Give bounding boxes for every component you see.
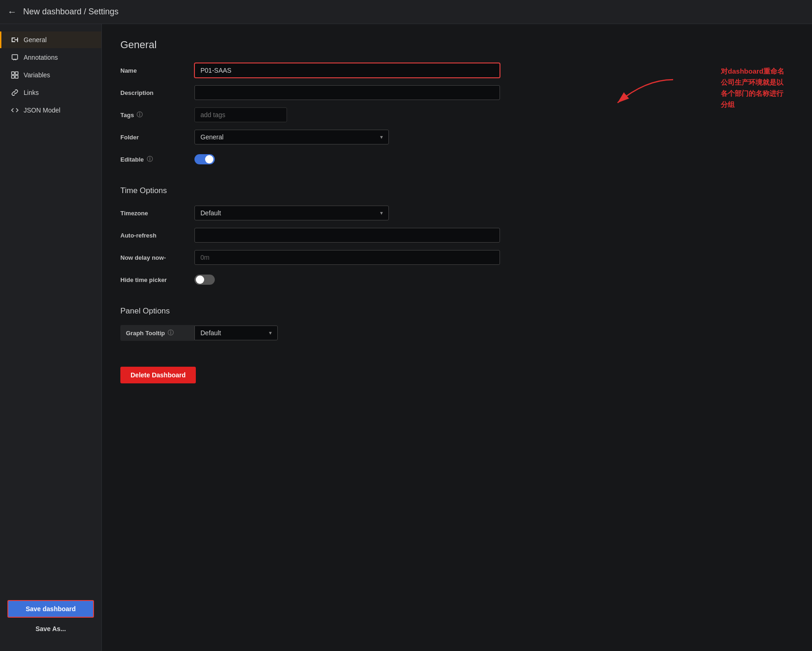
time-options-title: Time Options: [120, 186, 793, 195]
tags-control: [194, 107, 500, 122]
editable-toggle-container: [194, 154, 500, 164]
editable-info-icon[interactable]: ⓘ: [147, 155, 153, 163]
timezone-value: Default: [200, 209, 221, 217]
grid-icon: [11, 71, 19, 79]
sidebar-item-json-model-label: JSON Model: [24, 106, 60, 114]
editable-toggle[interactable]: [194, 154, 215, 164]
editable-row: Editable ⓘ: [120, 151, 793, 168]
name-label: Name: [120, 67, 194, 74]
tags-row: Tags ⓘ: [120, 106, 793, 123]
general-form-section: Name Description Tags ⓘ: [120, 62, 793, 168]
description-control: [194, 85, 500, 100]
folder-select[interactable]: General ▾: [194, 130, 389, 144]
timezone-chevron-icon: ▾: [380, 210, 383, 216]
panel-options-section: Panel Options Graph Tooltip ⓘ Default ▾: [120, 307, 793, 341]
graph-tooltip-value: Default: [200, 329, 221, 337]
now-delay-row: Now delay now-: [120, 249, 793, 266]
folder-chevron-icon: ▾: [380, 134, 383, 140]
sidebar-item-links[interactable]: Links: [0, 84, 101, 101]
hide-time-picker-row: Hide time picker: [120, 271, 793, 288]
graph-tooltip-info-icon[interactable]: ⓘ: [168, 329, 174, 337]
layout: General Annotations Variables: [0, 24, 812, 651]
now-delay-label: Now delay now-: [120, 254, 194, 261]
time-options-section: Time Options Timezone Default ▾ Auto-ref…: [120, 186, 793, 288]
timezone-control: Default ▾: [194, 206, 500, 220]
editable-control: [194, 154, 500, 164]
graph-tooltip-label: Graph Tooltip ⓘ: [120, 325, 194, 341]
main-content: 对dashboard重命名 公司生产环境就是以 各个部门的名称进行 分组 Gen…: [102, 24, 812, 651]
topbar: ← New dashboard / Settings: [0, 0, 812, 24]
sidebar-item-json-model[interactable]: JSON Model: [0, 102, 101, 119]
now-delay-input[interactable]: [194, 250, 500, 265]
graph-tooltip-select[interactable]: Default ▾: [194, 326, 278, 340]
sidebar-actions: Save dashboard Save As...: [0, 593, 101, 644]
name-row: Name: [120, 62, 793, 79]
svg-rect-8: [12, 75, 14, 78]
svg-rect-1: [12, 38, 15, 38]
auto-refresh-label: Auto-refresh: [120, 232, 194, 239]
description-row: Description: [120, 84, 793, 101]
svg-rect-9: [15, 75, 18, 78]
sidebar-item-links-label: Links: [24, 89, 39, 96]
link-icon: [11, 88, 19, 97]
svg-rect-4: [12, 41, 15, 42]
annotation-icon: [11, 53, 19, 62]
description-input[interactable]: [194, 85, 500, 100]
hide-time-picker-control: [194, 275, 500, 285]
name-control: [194, 63, 500, 78]
folder-value: General: [200, 133, 224, 141]
tags-info-icon[interactable]: ⓘ: [137, 111, 143, 119]
panel-options-title: Panel Options: [120, 307, 793, 316]
section-title: General: [120, 39, 793, 51]
hide-time-picker-toggle-container: [194, 275, 500, 285]
timezone-select[interactable]: Default ▾: [194, 206, 389, 220]
sidebar-item-general-label: General: [24, 36, 47, 44]
graph-tooltip-chevron-icon: ▾: [269, 330, 272, 336]
folder-control: General ▾: [194, 130, 500, 144]
delete-dashboard-button[interactable]: Delete Dashboard: [120, 367, 196, 383]
tags-input[interactable]: [194, 107, 287, 122]
editable-label: Editable ⓘ: [120, 155, 194, 163]
svg-rect-3: [17, 38, 18, 42]
folder-row: Folder General ▾: [120, 129, 793, 145]
svg-rect-7: [15, 72, 18, 75]
hide-time-picker-toggle[interactable]: [194, 275, 215, 285]
auto-refresh-control: [194, 228, 500, 243]
page-title: New dashboard / Settings: [23, 7, 119, 17]
name-input[interactable]: [194, 63, 500, 78]
save-as-button[interactable]: Save As...: [7, 621, 94, 636]
code-icon: [11, 106, 19, 114]
now-delay-control: [194, 250, 500, 265]
sidebar-item-general[interactable]: General: [0, 31, 101, 48]
graph-tooltip-row: Graph Tooltip ⓘ Default ▾: [120, 325, 793, 341]
hide-time-picker-label: Hide time picker: [120, 276, 194, 283]
back-button[interactable]: ←: [7, 6, 17, 17]
svg-rect-6: [12, 72, 14, 75]
sidebar-item-variables[interactable]: Variables: [0, 67, 101, 83]
auto-refresh-input[interactable]: [194, 228, 500, 243]
sidebar: General Annotations Variables: [0, 24, 102, 651]
sidebar-item-annotations[interactable]: Annotations: [0, 49, 101, 66]
timezone-label: Timezone: [120, 210, 194, 217]
sliders-icon: [11, 36, 19, 44]
description-label: Description: [120, 89, 194, 96]
sidebar-item-variables-label: Variables: [24, 71, 50, 79]
folder-label: Folder: [120, 134, 194, 141]
hide-time-picker-toggle-knob: [196, 275, 204, 284]
save-dashboard-button[interactable]: Save dashboard: [7, 600, 94, 618]
editable-toggle-knob: [205, 155, 213, 163]
svg-rect-5: [12, 55, 18, 59]
sidebar-item-annotations-label: Annotations: [24, 54, 58, 61]
auto-refresh-row: Auto-refresh: [120, 227, 793, 244]
timezone-row: Timezone Default ▾: [120, 205, 793, 221]
tags-label: Tags ⓘ: [120, 111, 194, 119]
